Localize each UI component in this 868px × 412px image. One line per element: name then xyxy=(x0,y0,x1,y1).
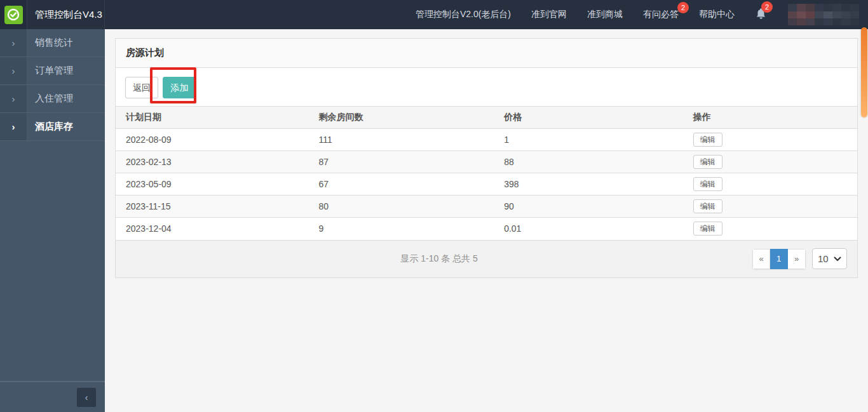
prev-page-button[interactable]: « xyxy=(752,249,770,269)
chevron-cell: › xyxy=(0,57,27,84)
page-size-select[interactable]: 10 xyxy=(812,248,847,269)
nav-mall[interactable]: 准到商城 xyxy=(587,9,623,20)
scrollbar-thumb[interactable] xyxy=(861,27,867,117)
main-content: 房源计划 返回 添加 计划日期 剩余房间数 价格 操作 2022-08-09 1… xyxy=(105,29,868,412)
col-header-operation: 操作 xyxy=(683,107,857,129)
table-header-row: 计划日期 剩余房间数 价格 操作 xyxy=(116,107,857,129)
sidebar-item-label: 订单管理 xyxy=(27,57,105,84)
cell-plan-date: 2023-05-09 xyxy=(116,173,308,196)
cell-plan-date: 2023-12-04 xyxy=(116,218,308,240)
table-row: 2022-08-09 111 1 编辑 xyxy=(116,129,857,151)
sidebar-item-hotel-inventory[interactable]: › 酒店库存 xyxy=(0,113,105,141)
sidebar-item-label: 入住管理 xyxy=(27,85,105,112)
current-page-button[interactable]: 1 xyxy=(770,249,788,269)
sidebar-item-checkin-mgmt[interactable]: › 入住管理 xyxy=(0,85,105,113)
sidebar-item-label: 酒店库存 xyxy=(27,113,105,140)
nav-old-console[interactable]: 管理控制台V2.0(老后台) xyxy=(416,9,511,20)
cell-rooms-left: 67 xyxy=(308,173,494,196)
chevron-cell: › xyxy=(0,113,27,140)
col-header-price: 价格 xyxy=(494,107,683,129)
col-header-rooms-left: 剩余房间数 xyxy=(308,107,494,129)
table-row: 2023-12-04 9 0.01 编辑 xyxy=(116,218,857,240)
chevron-down-icon xyxy=(834,256,841,262)
chevron-right-icon: › xyxy=(12,37,15,48)
cell-price: 398 xyxy=(494,173,683,196)
edit-button[interactable]: 编辑 xyxy=(693,199,722,213)
sidebar-footer: ‹ xyxy=(0,381,105,412)
sidebar: › 销售统计 › 订单管理 › 入住管理 › 酒店库存 ‹ xyxy=(0,29,105,412)
chevron-right-icon: › xyxy=(12,65,15,76)
chevron-cell: › xyxy=(0,85,27,112)
chevron-right-icon: › xyxy=(12,121,15,132)
cell-price: 88 xyxy=(494,151,683,173)
cell-plan-date: 2022-08-09 xyxy=(116,129,308,151)
sidebar-collapse-button[interactable]: ‹ xyxy=(77,388,96,407)
cell-operation: 编辑 xyxy=(683,173,857,196)
cell-operation: 编辑 xyxy=(683,218,857,240)
notification-bell[interactable]: 2 xyxy=(755,8,768,22)
col-header-plan-date: 计划日期 xyxy=(116,107,308,129)
nav-qa-label: 有问必答 xyxy=(643,9,679,19)
cell-price: 0.01 xyxy=(494,218,683,240)
nav-help-center[interactable]: 帮助中心 xyxy=(699,9,735,20)
nav-qa[interactable]: 有问必答 2 xyxy=(643,9,679,20)
page-size-value: 10 xyxy=(818,253,829,264)
cell-operation: 编辑 xyxy=(683,129,857,151)
pagination-footer: 显示 1-10 条 总共 5 « 1 » 10 xyxy=(116,240,857,277)
cell-rooms-left: 87 xyxy=(308,151,494,173)
check-circle-icon xyxy=(6,8,20,22)
cell-rooms-left: 9 xyxy=(308,218,494,240)
table-row: 2023-11-15 80 90 编辑 xyxy=(116,196,857,218)
app-title: 管理控制台V4.3 xyxy=(35,9,102,21)
cell-price: 90 xyxy=(494,196,683,218)
cell-plan-date: 2023-02-13 xyxy=(116,151,308,173)
chevron-right-icon: › xyxy=(12,93,15,104)
app-logo[interactable] xyxy=(4,6,23,24)
room-plan-table: 计划日期 剩余房间数 价格 操作 2022-08-09 111 1 编辑 202… xyxy=(116,106,857,240)
edit-button[interactable]: 编辑 xyxy=(693,177,722,191)
edit-button[interactable]: 编辑 xyxy=(693,155,722,169)
cell-rooms-left: 111 xyxy=(308,129,494,151)
room-plan-panel: 房源计划 返回 添加 计划日期 剩余房间数 价格 操作 2022-08-09 1… xyxy=(115,38,858,278)
back-button[interactable]: 返回 xyxy=(125,77,158,98)
edit-button[interactable]: 编辑 xyxy=(693,222,722,236)
sidebar-item-order-mgmt[interactable]: › 订单管理 xyxy=(0,57,105,85)
chevron-left-icon: ‹ xyxy=(85,392,88,402)
logo-cell xyxy=(0,0,27,29)
table-row: 2023-05-09 67 398 编辑 xyxy=(116,173,857,196)
cell-price: 1 xyxy=(494,129,683,151)
pagination-controls: « 1 » xyxy=(752,249,806,269)
sidebar-item-label: 销售统计 xyxy=(27,29,105,56)
user-account-blurred[interactable] xyxy=(788,4,859,25)
add-button[interactable]: 添加 xyxy=(163,77,196,98)
cell-operation: 编辑 xyxy=(683,196,857,218)
top-navigation: 管理控制台V2.0(老后台) 准到官网 准到商城 有问必答 2 帮助中心 2 xyxy=(416,0,868,29)
cell-rooms-left: 80 xyxy=(308,196,494,218)
qa-badge: 2 xyxy=(677,2,689,13)
cell-plan-date: 2023-11-15 xyxy=(116,196,308,218)
brand-cell: 管理控制台V4.3 xyxy=(27,0,105,29)
table-row: 2023-02-13 87 88 编辑 xyxy=(116,151,857,173)
edit-button[interactable]: 编辑 xyxy=(693,133,722,147)
bell-badge: 2 xyxy=(761,1,773,13)
chevron-cell: › xyxy=(0,29,27,56)
cell-operation: 编辑 xyxy=(683,151,857,173)
pagination-summary: 显示 1-10 条 总共 5 xyxy=(126,253,752,265)
nav-official-site[interactable]: 准到官网 xyxy=(531,9,567,20)
toolbar: 返回 添加 xyxy=(116,68,857,106)
pixelated-username xyxy=(788,4,859,25)
next-page-button[interactable]: » xyxy=(788,249,806,269)
sidebar-item-sales-stats[interactable]: › 销售统计 xyxy=(0,29,105,57)
panel-title: 房源计划 xyxy=(116,39,857,68)
top-header: 管理控制台V4.3 管理控制台V2.0(老后台) 准到官网 准到商城 有问必答 … xyxy=(0,0,868,29)
